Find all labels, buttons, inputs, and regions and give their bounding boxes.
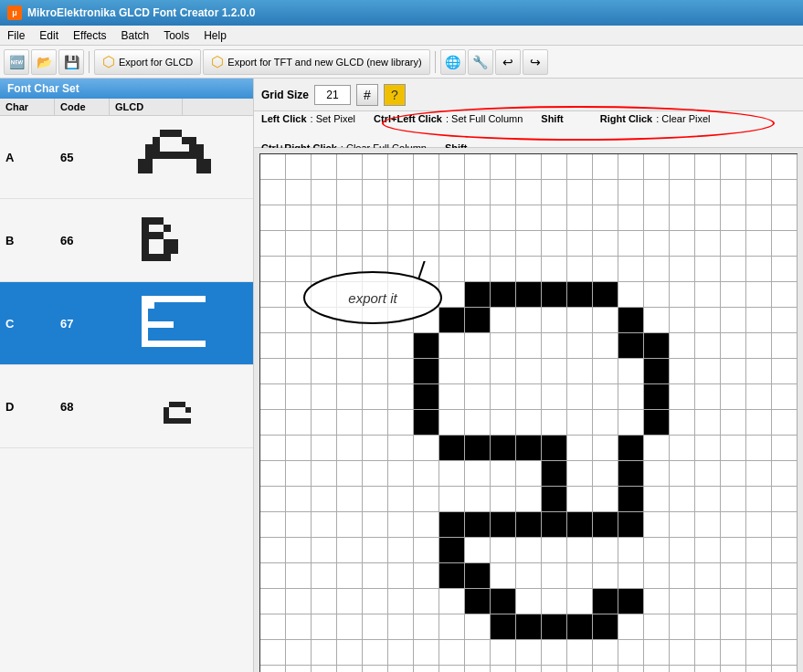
pixel-cell[interactable] [363, 384, 388, 410]
pixel-cell[interactable] [439, 333, 465, 359]
pixel-cell[interactable] [721, 180, 746, 205]
pixel-cell[interactable] [772, 333, 798, 359]
pixel-cell[interactable] [542, 180, 567, 205]
pixel-cell[interactable] [439, 640, 465, 666]
pixel-cell[interactable] [593, 231, 618, 257]
pixel-cell[interactable] [260, 487, 286, 512]
pixel-cell[interactable] [388, 359, 414, 384]
pixel-cell[interactable] [363, 589, 388, 614]
pixel-cell[interactable] [286, 461, 312, 487]
pixel-cell[interactable] [414, 538, 439, 563]
pixel-cell[interactable] [491, 205, 516, 231]
pixel-cell[interactable] [312, 640, 337, 666]
pixel-cell[interactable] [542, 487, 567, 512]
pixel-cell[interactable] [439, 231, 465, 257]
pixel-cell[interactable] [516, 154, 542, 180]
pixel-cell[interactable] [465, 640, 491, 666]
pixel-cell[interactable] [644, 257, 670, 282]
pixel-cell[interactable] [260, 563, 286, 589]
help-button[interactable]: ? [384, 84, 406, 106]
pixel-cell[interactable] [772, 538, 798, 563]
pixel-cell[interactable] [670, 410, 695, 436]
pixel-cell[interactable] [439, 308, 465, 333]
grid-size-input[interactable] [314, 85, 351, 105]
pixel-grid[interactable] [259, 153, 798, 672]
pixel-cell[interactable] [312, 410, 337, 436]
pixel-cell[interactable] [286, 614, 312, 640]
open-button[interactable]: 📂 [31, 49, 57, 75]
pixel-cell[interactable] [542, 512, 567, 538]
pixel-cell[interactable] [337, 257, 363, 282]
pixel-cell[interactable] [465, 436, 491, 461]
char-row-b[interactable]: B 66 [0, 199, 253, 282]
pixel-cell[interactable] [491, 436, 516, 461]
pixel-cell[interactable] [465, 257, 491, 282]
pixel-cell[interactable] [721, 512, 746, 538]
pixel-cell[interactable] [439, 666, 465, 672]
pixel-cell[interactable] [542, 563, 567, 589]
pixel-cell[interactable] [491, 563, 516, 589]
pixel-cell[interactable] [772, 231, 798, 257]
pixel-cell[interactable] [312, 359, 337, 384]
pixel-cell[interactable] [772, 563, 798, 589]
pixel-cell[interactable] [618, 180, 644, 205]
pixel-cell[interactable] [746, 308, 772, 333]
pixel-cell[interactable] [465, 461, 491, 487]
pixel-cell[interactable] [695, 205, 721, 231]
pixel-cell[interactable] [414, 384, 439, 410]
pixel-cell[interactable] [772, 282, 798, 308]
pixel-cell[interactable] [593, 487, 618, 512]
pixel-cell[interactable] [337, 461, 363, 487]
pixel-cell[interactable] [695, 231, 721, 257]
export-tft-button[interactable]: ⬡ Export for TFT and new GLCD (new libra… [203, 49, 429, 75]
pixel-cell[interactable] [644, 205, 670, 231]
menu-edit[interactable]: Edit [32, 27, 66, 44]
pixel-cell[interactable] [286, 384, 312, 410]
pixel-cell[interactable] [312, 384, 337, 410]
pixel-cell[interactable] [439, 512, 465, 538]
pixel-cell[interactable] [465, 563, 491, 589]
pixel-cell[interactable] [593, 282, 618, 308]
pixel-cell[interactable] [286, 512, 312, 538]
pixel-cell[interactable] [618, 512, 644, 538]
pixel-cell[interactable] [388, 384, 414, 410]
pixel-cell[interactable] [388, 640, 414, 666]
pixel-cell[interactable] [363, 614, 388, 640]
pixel-cell[interactable] [337, 154, 363, 180]
pixel-cell[interactable] [260, 154, 286, 180]
pixel-cell[interactable] [312, 205, 337, 231]
pixel-cell[interactable] [772, 487, 798, 512]
pixel-cell[interactable] [286, 180, 312, 205]
pixel-cell[interactable] [491, 308, 516, 333]
pixel-cell[interactable] [388, 461, 414, 487]
pixel-cell[interactable] [516, 180, 542, 205]
pixel-cell[interactable] [286, 666, 312, 672]
grid-toggle-button[interactable]: # [356, 84, 378, 106]
pixel-cell[interactable] [721, 359, 746, 384]
pixel-cell[interactable] [644, 640, 670, 666]
pixel-cell[interactable] [516, 282, 542, 308]
pixel-cell[interactable] [644, 282, 670, 308]
pixel-cell[interactable] [644, 461, 670, 487]
pixel-cell[interactable] [516, 461, 542, 487]
pixel-cell[interactable] [491, 231, 516, 257]
pixel-cell[interactable] [567, 359, 593, 384]
pixel-cell[interactable] [695, 154, 721, 180]
pixel-cell[interactable] [746, 205, 772, 231]
pixel-cell[interactable] [542, 308, 567, 333]
pixel-cell[interactable] [695, 436, 721, 461]
pixel-cell[interactable] [593, 538, 618, 563]
pixel-cell[interactable] [388, 563, 414, 589]
pixel-cell[interactable] [388, 538, 414, 563]
pixel-cell[interactable] [644, 308, 670, 333]
pixel-cell[interactable] [593, 666, 618, 672]
pixel-cell[interactable] [388, 589, 414, 614]
pixel-cell[interactable] [388, 666, 414, 672]
pixel-cell[interactable] [567, 410, 593, 436]
pixel-cell[interactable] [337, 308, 363, 333]
pixel-cell[interactable] [746, 410, 772, 436]
pixel-cell[interactable] [337, 640, 363, 666]
pixel-cell[interactable] [593, 257, 618, 282]
pixel-cell[interactable] [593, 589, 618, 614]
pixel-cell[interactable] [618, 640, 644, 666]
